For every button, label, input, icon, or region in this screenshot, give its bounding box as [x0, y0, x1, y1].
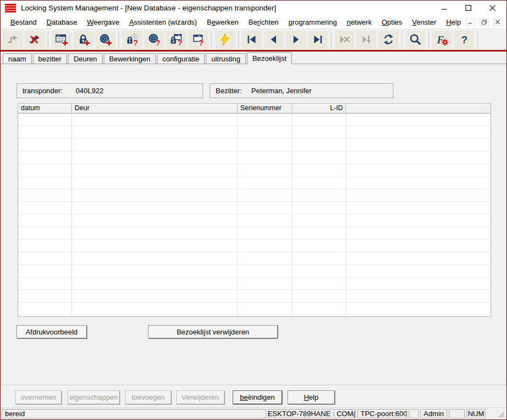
first-record-button[interactable] [242, 31, 262, 49]
status-host-com: DESKTOP-789HANE : COM(*) [268, 409, 356, 418]
toolbar-separator [331, 31, 331, 48]
menu-weergave[interactable]: Weergave [82, 16, 124, 28]
read-lock-button[interactable]: ? [122, 31, 142, 49]
visit-list-table: datum Deur Serienummer L-ID [18, 103, 491, 317]
new-locking-system-button[interactable] [52, 31, 71, 49]
refresh-icon [382, 33, 395, 46]
status-ready: bereid [2, 409, 266, 418]
column-header-deur[interactable]: Deur [72, 104, 238, 113]
menu-help[interactable]: Help [441, 16, 466, 28]
transponder-label: transponder: [22, 87, 63, 95]
tab-bezoeklijst[interactable]: Bezoeklijst [247, 52, 292, 64]
status-numlock: NUM [466, 409, 486, 418]
menu-venster[interactable]: Venster [407, 16, 441, 28]
menu-programmering[interactable]: programmering [284, 16, 342, 28]
bottom-button-bar: overnemen eigenschappen toevoegen Verwij… [1, 385, 506, 407]
mdi-close-button[interactable] [493, 18, 503, 26]
mdi-minimize-button[interactable] [466, 18, 475, 26]
previous-record-button[interactable] [264, 31, 284, 49]
column-header-datum[interactable]: datum [18, 104, 72, 113]
next-record-button[interactable] [286, 31, 306, 49]
last-record-icon [311, 33, 324, 46]
resize-grip[interactable] [497, 410, 505, 418]
tab-bezitter[interactable]: bezitter [33, 53, 67, 64]
tab-strip: naam bezitter Deuren Bewerkingen configu… [1, 52, 506, 64]
mdi-window-controls [466, 18, 507, 26]
maximize-icon [465, 5, 471, 11]
logout-arrow-icon [28, 33, 41, 46]
logout-button[interactable] [25, 31, 44, 49]
tab-deuren[interactable]: Deuren [68, 53, 103, 64]
read-via-network-button[interactable]: ? [188, 31, 208, 49]
new-transponder-button[interactable] [95, 31, 115, 49]
visit-list-body [18, 113, 491, 316]
help-icon: ? [458, 33, 471, 46]
cancel-programming-button[interactable] [335, 31, 354, 49]
menu-bewerken[interactable]: Bewerken [202, 16, 244, 28]
filter-settings-button[interactable]: F [432, 31, 452, 49]
tab-bewerkingen[interactable]: Bewerkingen [104, 53, 156, 64]
read-transponder-button[interactable]: ? [144, 31, 164, 49]
svg-text:?: ? [199, 38, 204, 47]
status-empty-cell [449, 409, 465, 418]
svg-text:?: ? [133, 38, 138, 47]
svg-text:F: F [437, 35, 444, 46]
column-header-lid[interactable]: L-ID [292, 104, 346, 113]
delete-visit-list-button[interactable]: Bezoeklijst verwijderen [148, 325, 278, 338]
toolbar-separator [429, 31, 429, 48]
menu-berichten[interactable]: Berichten [244, 16, 284, 28]
status-user: Admin [420, 409, 447, 418]
column-header-serienummer[interactable]: Serienummer [238, 104, 292, 113]
toolbar-separator [402, 31, 402, 48]
toolbar-separator [211, 31, 212, 48]
column-header-filler [346, 104, 491, 113]
bezoeklijst-page: transponder: 040L922 Bezitter: Peterman,… [1, 64, 506, 385]
window-title: Locking System Management - [New Databas… [21, 4, 432, 12]
status-tcp-port: TPC-poort:6001 [357, 409, 407, 418]
status-empty-cell [409, 409, 419, 418]
mdi-restore-button[interactable] [480, 18, 489, 26]
tab-uitrusting[interactable]: uitrusting [206, 53, 246, 64]
previous-record-icon [267, 33, 280, 46]
close-button[interactable] [480, 2, 504, 15]
new-locking-system-icon [55, 33, 68, 46]
tab-configuratie[interactable]: configuratie [157, 53, 205, 64]
visit-list-header: datum Deur Serienummer L-ID [18, 104, 491, 113]
jump-down-icon [360, 33, 373, 46]
menu-assistenten[interactable]: Assistenten (wizards) [124, 16, 202, 28]
jump-to-end-button[interactable] [357, 31, 376, 49]
transponder-value: 040L922 [76, 87, 104, 95]
column-divider [71, 113, 72, 316]
help-dialog-button[interactable]: Help [288, 390, 335, 404]
new-transponder-icon [99, 33, 112, 46]
program-button[interactable] [215, 31, 235, 49]
search-button[interactable] [405, 31, 425, 49]
menu-bestand[interactable]: Bestand [5, 16, 42, 28]
read-lock-icon: ? [126, 33, 139, 46]
menu-bar: Bestand Database Weergave Assistenten (w… [1, 15, 506, 29]
toolbar-separator [477, 31, 478, 48]
finish-button[interactable]: beëindigen [233, 390, 282, 404]
new-lock-button[interactable] [74, 31, 93, 49]
tab-naam[interactable]: naam [3, 53, 32, 64]
menu-opties[interactable]: Opties [376, 16, 407, 28]
svg-text:?: ? [461, 34, 468, 46]
status-bar: bereid DESKTOP-789HANE : COM(*) TPC-poor… [1, 407, 506, 419]
help-button[interactable]: ? [454, 31, 474, 49]
login-arrow-icon [6, 33, 19, 46]
minimize-button[interactable] [432, 2, 456, 15]
read-lock-via-network-button[interactable]: ? [166, 31, 186, 49]
login-button[interactable] [3, 31, 22, 49]
app-logo-icon [4, 3, 16, 13]
refresh-button[interactable] [379, 31, 398, 49]
menu-netwerk[interactable]: netwerk [342, 16, 377, 28]
mdi-close-icon [495, 20, 500, 24]
read-lock-network-icon: ? [170, 33, 183, 46]
toolbar-separator [238, 31, 239, 48]
owner-label: Bezitter: [216, 87, 242, 95]
menu-database[interactable]: Database [42, 16, 82, 28]
last-record-button[interactable] [308, 31, 328, 49]
print-preview-button[interactable]: Afdrukvoorbeeld [16, 325, 87, 338]
cancel-record-icon [338, 33, 351, 46]
maximize-button[interactable] [456, 2, 480, 15]
